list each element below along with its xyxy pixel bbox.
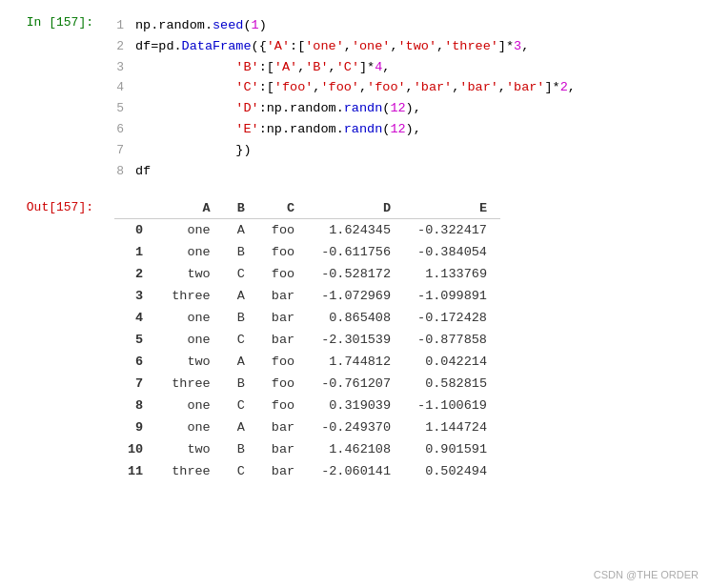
table-cell: two <box>158 438 224 460</box>
table-cell: foo <box>258 241 308 263</box>
table-cell: one <box>158 219 224 242</box>
table-cell: bar <box>258 438 308 460</box>
table-cell: B <box>224 241 258 263</box>
table-cell: -0.322417 <box>404 219 500 242</box>
table-row: 3threeAbar-1.072969-1.099891 <box>114 285 500 307</box>
table-cell: foo <box>258 373 308 395</box>
table-cell: A <box>224 285 258 307</box>
code-text: np.random.seed(1) <box>135 15 267 36</box>
table-cell: 0.502494 <box>404 460 500 482</box>
notebook: In [157]: 1np.random.seed(1)2df=pd.DataF… <box>0 0 710 588</box>
table-cell: foo <box>258 395 308 416</box>
line-number: 2 <box>105 37 124 57</box>
table-cell: bar <box>258 329 308 351</box>
line-number: 1 <box>105 16 124 36</box>
column-header: E <box>404 198 500 219</box>
table-cell: -0.384054 <box>404 241 500 263</box>
watermark-text: CSDN @THE ORDER <box>594 569 699 580</box>
table-cell: 0.582815 <box>404 373 500 395</box>
table-cell: 1.133769 <box>404 263 500 285</box>
table-row: 9oneAbar-0.2493701.144724 <box>114 416 500 438</box>
code-line: 7 }) <box>105 140 710 161</box>
table-cell: 7 <box>114 373 158 395</box>
table-row: 8oneCfoo0.319039-1.100619 <box>114 395 500 416</box>
table-cell: -1.099891 <box>404 285 500 307</box>
column-header: B <box>224 198 258 219</box>
code-text: 'E':np.random.randn(12), <box>135 119 421 140</box>
table-row: 1oneBfoo-0.611756-0.384054 <box>114 241 500 263</box>
dataframe-container: ABCDE0oneAfoo1.624345-0.3224171oneBfoo-0… <box>105 198 710 482</box>
line-number: 3 <box>105 58 124 78</box>
out-label: Out[157]: <box>0 198 105 214</box>
code-line: 3 'B':['A','B','C']*4, <box>105 57 710 78</box>
table-cell: B <box>224 438 258 460</box>
table-cell: C <box>224 263 258 285</box>
table-row: 4oneBbar0.865408-0.172428 <box>114 307 500 329</box>
table-cell: foo <box>258 263 308 285</box>
table-cell: -1.072969 <box>308 285 404 307</box>
table-cell: three <box>158 460 224 482</box>
table-row: 6twoAfoo1.7448120.042214 <box>114 351 500 373</box>
table-cell: 4 <box>114 307 158 329</box>
table-cell: -0.611756 <box>308 241 404 263</box>
table-cell: 11 <box>114 460 158 482</box>
table-row: 11threeCbar-2.0601410.502494 <box>114 460 500 482</box>
table-cell: 1.744812 <box>308 351 404 373</box>
table-cell: C <box>224 395 258 416</box>
code-block: 1np.random.seed(1)2df=pd.DataFrame({'A':… <box>105 13 710 183</box>
column-header <box>114 198 158 219</box>
table-cell: -0.761207 <box>308 373 404 395</box>
column-header: A <box>158 198 224 219</box>
table-cell: 9 <box>114 416 158 438</box>
table-cell: -0.877858 <box>404 329 500 351</box>
table-row: 7threeBfoo-0.7612070.582815 <box>114 373 500 395</box>
table-cell: one <box>158 416 224 438</box>
code-text: df=pd.DataFrame({'A':['one','one','two',… <box>135 36 529 57</box>
table-cell: A <box>224 416 258 438</box>
table-cell: one <box>158 329 224 351</box>
table-cell: two <box>158 351 224 373</box>
table-cell: 5 <box>114 329 158 351</box>
column-header: D <box>308 198 404 219</box>
table-cell: one <box>158 395 224 416</box>
line-number: 4 <box>105 78 124 98</box>
table-row: 2twoCfoo-0.5281721.133769 <box>114 263 500 285</box>
table-cell: 0.901591 <box>404 438 500 460</box>
line-number: 8 <box>105 162 124 182</box>
output-cell: Out[157]: ABCDE0oneAfoo1.624345-0.322417… <box>0 194 710 486</box>
table-row: 10twoBbar1.4621080.901591 <box>114 438 500 460</box>
table-cell: -0.249370 <box>308 416 404 438</box>
table-cell: B <box>224 373 258 395</box>
table-cell: 1.144724 <box>404 416 500 438</box>
code-text: 'C':['foo','foo','foo','bar','bar','bar'… <box>135 77 576 98</box>
code-line: 2df=pd.DataFrame({'A':['one','one','two'… <box>105 36 710 57</box>
table-row: 0oneAfoo1.624345-0.322417 <box>114 219 500 242</box>
table-cell: 0 <box>114 219 158 242</box>
line-number: 6 <box>105 120 124 140</box>
table-row: 5oneCbar-2.301539-0.877858 <box>114 329 500 351</box>
table-cell: 1.462108 <box>308 438 404 460</box>
table-cell: 0.042214 <box>404 351 500 373</box>
line-number: 5 <box>105 99 124 119</box>
table-cell: -0.528172 <box>308 263 404 285</box>
table-cell: three <box>158 285 224 307</box>
table-cell: 0.865408 <box>308 307 404 329</box>
table-cell: bar <box>258 460 308 482</box>
table-cell: -2.060141 <box>308 460 404 482</box>
table-cell: bar <box>258 416 308 438</box>
table-cell: two <box>158 263 224 285</box>
table-cell: 3 <box>114 285 158 307</box>
code-line: 6 'E':np.random.randn(12), <box>105 119 710 140</box>
input-cell: In [157]: 1np.random.seed(1)2df=pd.DataF… <box>0 10 710 187</box>
table-cell: bar <box>258 307 308 329</box>
line-number: 7 <box>105 141 124 161</box>
code-line: 5 'D':np.random.randn(12), <box>105 98 710 119</box>
code-line: 4 'C':['foo','foo','foo','bar','bar','ba… <box>105 77 710 98</box>
table-cell: foo <box>258 351 308 373</box>
table-cell: 1 <box>114 241 158 263</box>
code-text: 'B':['A','B','C']*4, <box>135 57 390 78</box>
in-label: In [157]: <box>0 13 105 30</box>
table-cell: one <box>158 241 224 263</box>
code-line: 1np.random.seed(1) <box>105 15 710 36</box>
table-cell: C <box>224 329 258 351</box>
